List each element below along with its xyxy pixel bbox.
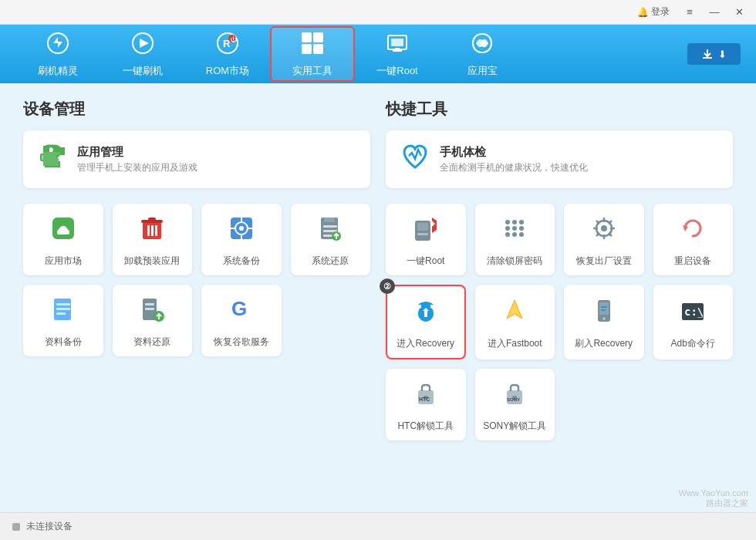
google-restore-item[interactable]: G 恢复谷歌服务	[201, 285, 282, 356]
htc-unlock-icon: HTC	[412, 380, 440, 413]
titlebar: 🔔 登录 ≡ — ✕	[0, 0, 756, 25]
clear-lockscreen-label: 清除锁屏密码	[487, 255, 542, 268]
uninstall-icon	[138, 214, 166, 248]
data-backup-label: 资料备份	[45, 336, 82, 349]
right-panel: 快捷工具 手机体检 全面检测手机的健康状况，快速优化	[386, 99, 733, 497]
svg-rect-44	[56, 303, 70, 305]
close-button[interactable]: ✕	[728, 4, 750, 21]
sony-unlock-item[interactable]: SONY SONY解锁工具	[475, 369, 555, 440]
svg-point-57	[512, 220, 517, 224]
app-market-icon	[49, 214, 77, 248]
svg-rect-15	[703, 57, 712, 59]
enter-recovery-label: 进入Recovery	[397, 337, 454, 350]
system-restore-item[interactable]: 系统还原	[291, 204, 371, 275]
adb-command-item[interactable]: c:\ _ Adb命令行	[653, 285, 734, 359]
svg-point-64	[519, 232, 524, 237]
one-key-root-label: 一键Root	[407, 255, 444, 268]
nav-item-one-click-root[interactable]: 一键Root	[355, 26, 440, 82]
left-panel-title: 设备管理	[23, 99, 370, 120]
system-backup-item[interactable]: 系统备份	[201, 204, 282, 275]
factory-reset-icon	[590, 214, 618, 248]
nav-label-rom-market: ROM市场	[206, 64, 249, 78]
nav-label-flash-wizard: 刷机精灵	[38, 64, 78, 78]
enter-recovery-item[interactable]: ② 进入Recovery	[386, 285, 466, 359]
svg-rect-14	[395, 48, 400, 50]
svg-rect-10	[313, 44, 323, 54]
svg-line-73	[609, 221, 612, 224]
statusbar-label: 未连接设备	[26, 520, 73, 533]
nav-label-one-click-root: 一键Root	[376, 64, 417, 78]
data-backup-item[interactable]: 资料备份	[23, 285, 103, 356]
htc-unlock-label: HTC解锁工具	[397, 420, 454, 433]
nav-item-app-store[interactable]: 应用宝	[440, 26, 525, 82]
step-badge-2: ②	[380, 278, 395, 294]
svg-line-71	[596, 221, 599, 224]
health-text: 手机体检 全面检测手机的健康状况，快速优化	[440, 145, 588, 174]
svg-point-56	[505, 220, 510, 224]
svg-rect-40	[323, 235, 332, 237]
svg-rect-28	[148, 218, 156, 221]
nav-item-flash-wizard[interactable]: 刷机精灵	[15, 26, 100, 82]
nav-label-app-store: 应用宝	[467, 64, 498, 78]
svg-rect-48	[145, 303, 154, 305]
app-market-item[interactable]: 应用市场	[23, 204, 103, 275]
nav-item-one-click-flash[interactable]: 一键刷机	[100, 26, 185, 82]
clear-lockscreen-icon	[501, 214, 528, 248]
uninstall-item[interactable]: 卸载预装应用	[113, 204, 193, 275]
uninstall-label: 卸载预装应用	[124, 255, 180, 268]
svg-point-66	[601, 225, 607, 231]
svg-rect-12	[391, 39, 403, 46]
one-key-root-item[interactable]: 一键Root	[386, 204, 466, 275]
login-button[interactable]: 🔔 登录	[637, 5, 670, 19]
flash-wizard-icon	[46, 31, 70, 61]
nav-item-tools[interactable]: 实用工具	[270, 26, 355, 82]
nav-item-rom-market[interactable]: R ⏻ ROM市场	[185, 26, 270, 82]
svg-text:⏻: ⏻	[230, 36, 237, 43]
download-button[interactable]: ⬇	[687, 43, 741, 65]
flash-recovery-icon	[590, 297, 618, 331]
svg-point-63	[512, 232, 517, 237]
restart-device-label: 重启设备	[674, 255, 711, 268]
minimize-button[interactable]: —	[704, 4, 725, 21]
one-key-root-icon	[412, 214, 440, 248]
svg-point-61	[519, 226, 524, 231]
google-restore-label: 恢复谷歌服务	[214, 336, 269, 349]
flash-recovery-item[interactable]: 刷入Recovery	[564, 285, 644, 359]
svg-rect-9	[302, 44, 312, 54]
app-management-text: 应用管理 管理手机上安装的应用及游戏	[77, 145, 197, 174]
factory-reset-label: 恢复出厂设置	[576, 255, 632, 268]
enter-fastboot-item[interactable]: 进入Fastboot	[475, 285, 555, 359]
menu-button[interactable]: ≡	[679, 4, 700, 21]
svg-point-58	[519, 220, 524, 224]
htc-unlock-item[interactable]: HTC HTC解锁工具	[386, 369, 466, 440]
enter-fastboot-icon	[501, 297, 528, 331]
restart-device-item[interactable]: 重启设备	[653, 204, 734, 275]
right-icon-grid: 一键Root 清除锁屏密码	[386, 204, 733, 440]
app-management-icon	[39, 143, 66, 176]
tools-icon	[300, 31, 325, 61]
svg-point-60	[512, 226, 517, 231]
statusbar: 未连接设备	[0, 512, 756, 540]
status-dot	[12, 523, 20, 531]
system-restore-label: 系统还原	[312, 255, 349, 268]
data-backup-icon	[49, 295, 77, 329]
svg-line-74	[596, 233, 599, 236]
clear-lockscreen-item[interactable]: 清除锁屏密码	[475, 204, 555, 275]
health-title: 手机体检	[440, 145, 588, 160]
svg-rect-46	[56, 312, 66, 315]
factory-reset-item[interactable]: 恢复出厂设置	[564, 204, 644, 275]
data-restore-item[interactable]: 资料还原	[113, 285, 193, 356]
restart-device-icon	[679, 214, 707, 248]
app-market-label: 应用市场	[45, 255, 82, 268]
svg-rect-49	[145, 308, 154, 310]
app-management-card[interactable]: 应用管理 管理手机上安装的应用及游戏	[23, 130, 370, 188]
svg-rect-7	[302, 32, 312, 42]
nav-label-tools: 实用工具	[292, 64, 332, 78]
svg-point-79	[602, 317, 606, 320]
login-label: 登录	[651, 5, 670, 19]
enter-recovery-icon	[412, 297, 440, 331]
health-check-card[interactable]: 手机体检 全面检测手机的健康状况，快速优化	[386, 130, 733, 188]
svg-rect-81	[601, 309, 606, 311]
svg-rect-26	[155, 225, 157, 236]
nav-label-one-click-flash: 一键刷机	[123, 64, 163, 78]
